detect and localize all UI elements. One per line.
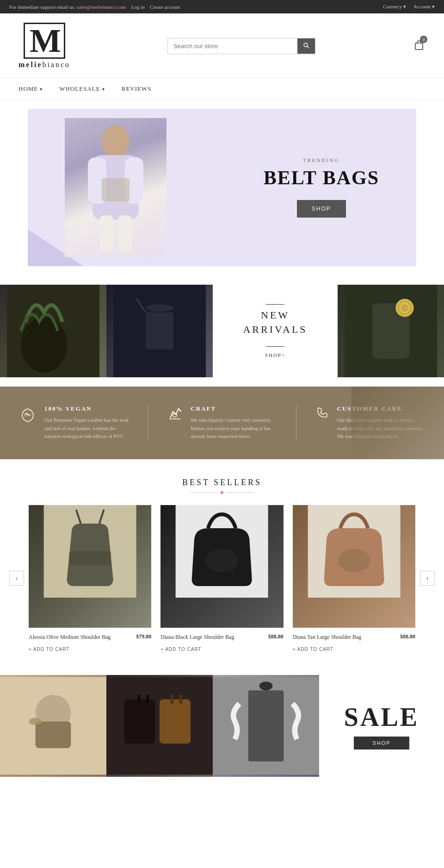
product-card-1[interactable]: Alessia Olive Medium Shoulder Bag $79.80… (29, 505, 151, 652)
add-to-cart-3[interactable]: + ADD TO CART (293, 647, 333, 652)
feature-divider-1 (148, 405, 148, 441)
product-price-1: $79.80 (136, 633, 151, 640)
hero-shop-button[interactable]: SHOP (297, 200, 346, 218)
main-nav: HOME ▾ WHOLESALE ▾ REVIEWS (0, 79, 444, 100)
hero-model-image (65, 118, 166, 257)
product-name-2: Diana Black Large Shoulder Bag (160, 633, 234, 641)
svg-text:cf: cf (25, 412, 28, 417)
bottom-image-2 (106, 675, 213, 777)
section-divider (9, 491, 435, 494)
svg-point-15 (146, 304, 173, 312)
svg-point-29 (338, 549, 370, 572)
carousel-next-button[interactable]: › (420, 571, 435, 586)
add-to-cart-2[interactable]: + ADD TO CART (160, 647, 201, 652)
product-info-3: Diana Tan Large Shoulder Bag $88.80 (293, 633, 415, 644)
product-image-1 (29, 505, 151, 628)
products-carousel: ‹ Alessia Olive Medium Shoulder Bag $79.… (9, 505, 435, 652)
cart-count: 0 (420, 36, 427, 43)
svg-rect-7 (99, 215, 113, 252)
divider-bottom (266, 346, 284, 347)
svg-rect-25 (69, 551, 111, 565)
logo-brand: melie (18, 61, 42, 69)
currency-selector[interactable]: Currency ▾ (383, 4, 406, 10)
new-arrivals-image-1 (0, 285, 106, 377)
search-form (167, 38, 315, 54)
search-button[interactable] (297, 38, 315, 54)
nav-wholesale[interactable]: WHOLESALE ▾ (59, 85, 105, 93)
divider-top (266, 304, 284, 305)
top-bar-right: Currency ▾ Account ▾ (383, 4, 435, 10)
svg-rect-40 (179, 695, 182, 704)
bottom-image-3 (213, 675, 319, 777)
vegan-title: 100% VEGAN (44, 405, 129, 412)
divider-dot (221, 491, 223, 494)
sale-section: SALE shop (319, 675, 444, 777)
svg-rect-13 (146, 312, 173, 350)
svg-point-43 (259, 681, 273, 690)
product-info-1: Alessia Olive Medium Shoulder Bag $79.80 (29, 633, 151, 644)
best-sellers-title: BEST SELLERS (9, 478, 435, 487)
create-account-link[interactable]: Create account (150, 4, 180, 10)
new-arrivals-text: NEW ARRIVALS SHOP> (213, 285, 338, 377)
search-input[interactable] (168, 39, 297, 53)
sale-shop-button[interactable]: shop (354, 737, 409, 749)
nav-reviews[interactable]: REVIEWS (122, 85, 152, 93)
svg-point-18 (396, 300, 413, 316)
product-card-3[interactable]: Diana Tan Large Shoulder Bag $88.80 + AD… (293, 505, 415, 652)
features-bar: cf 100% VEGAN Our Premium Vegan Leather … (0, 387, 444, 459)
sale-text: SALE (344, 702, 419, 732)
new-arrivals-shop-link[interactable]: SHOP> (265, 352, 285, 358)
svg-rect-8 (118, 215, 132, 252)
logo-brand2: bianco (42, 61, 70, 69)
new-arrivals-section: NEW ARRIVALS SHOP> (0, 285, 444, 377)
nav-home[interactable]: HOME ▾ (18, 85, 43, 93)
svg-rect-9 (102, 178, 130, 201)
svg-rect-32 (36, 721, 71, 748)
logo-text: meliebianco (18, 61, 70, 69)
login-link[interactable]: Log in (131, 4, 145, 10)
svg-rect-36 (137, 695, 140, 704)
product-price-3: $88.80 (400, 633, 415, 640)
search-icon (303, 42, 309, 49)
header: M meliebianco 0 (0, 13, 444, 79)
svg-rect-37 (146, 695, 149, 704)
svg-rect-2 (415, 43, 423, 50)
craft-icon (166, 405, 183, 425)
hero-text: TRENDING BELT BAGS SHOP (264, 157, 379, 218)
svg-rect-39 (171, 695, 173, 704)
product-name-3: Diana Tan Large Shoulder Bag (293, 633, 362, 641)
svg-point-11 (21, 317, 67, 373)
cart-icon-wrap[interactable]: 0 (413, 38, 426, 53)
model-svg (65, 118, 166, 257)
svg-point-33 (29, 718, 42, 725)
vegan-desc: Our Premium Vegan Leather has the look a… (44, 416, 129, 441)
new-arrivals-image-3 (338, 285, 444, 377)
carousel-prev-button[interactable]: ‹ (9, 571, 24, 586)
svg-point-3 (102, 125, 130, 157)
hero-trending-label: TRENDING (264, 157, 379, 163)
vegan-icon: cf (18, 405, 37, 427)
bottom-image-1 (0, 675, 106, 777)
craft-title: CRAFT (191, 405, 277, 412)
product-card-2[interactable]: Diana Black Large Shoulder Bag $88.80 + … (160, 505, 283, 652)
new-arrivals-image-2 (106, 285, 213, 377)
support-email[interactable]: sales@meliebianco.com (77, 4, 126, 10)
bottom-section: SALE shop (0, 675, 444, 777)
logo[interactable]: M meliebianco (18, 23, 70, 69)
support-text: For immediate support email us: sales@me… (9, 4, 180, 10)
products-grid: Alessia Olive Medium Shoulder Bag $79.80… (24, 505, 420, 652)
svg-rect-38 (160, 699, 191, 743)
top-bar: For immediate support email us: sales@me… (0, 0, 444, 13)
hero-banner: TRENDING BELT BAGS SHOP (28, 109, 416, 266)
hero-title: BELT BAGS (264, 167, 379, 189)
account-selector[interactable]: Account ▾ (413, 4, 435, 10)
svg-point-27 (206, 549, 238, 572)
product-price-2: $88.80 (268, 633, 284, 640)
product-image-2 (160, 505, 283, 628)
phone-icon (315, 405, 330, 423)
product-image-3 (293, 505, 415, 628)
add-to-cart-1[interactable]: + ADD TO CART (29, 647, 69, 652)
svg-point-0 (304, 43, 308, 47)
chevron-down-icon: ▾ (40, 87, 43, 92)
feature-divider-2 (296, 405, 296, 441)
